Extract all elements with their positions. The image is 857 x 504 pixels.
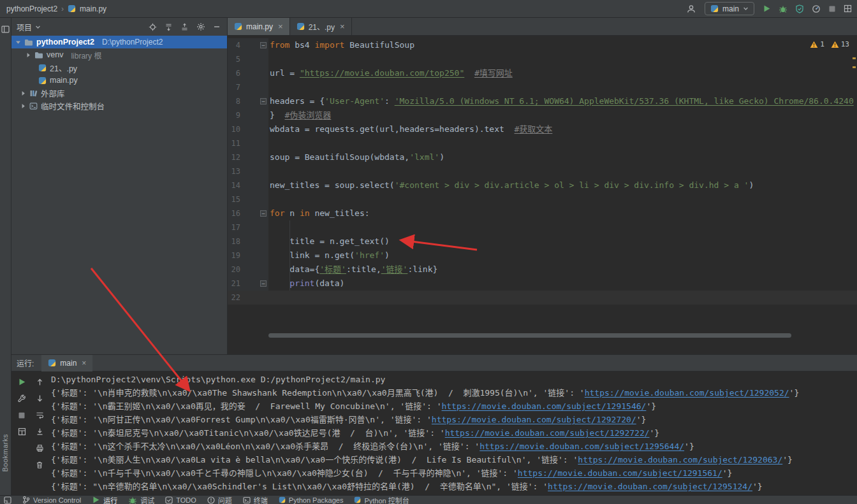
- chevron-expanded-icon[interactable]: [15, 40, 21, 45]
- statusbar-item[interactable]: 运行: [92, 495, 117, 504]
- inspection-widget[interactable]: 113: [810, 40, 849, 48]
- breadcrumb-project[interactable]: pythonProject2: [6, 4, 57, 13]
- project-stripe-icon[interactable]: [1, 25, 10, 33]
- chevron-collapsed-icon[interactable]: [26, 52, 31, 58]
- line-number[interactable]: 12: [228, 150, 268, 164]
- line-number[interactable]: 20: [228, 263, 268, 277]
- stop-icon[interactable]: [828, 5, 836, 13]
- statusbar-item[interactable]: TODO: [165, 496, 196, 504]
- code-line[interactable]: 4−from bs4 import BeautifulSoup: [228, 38, 857, 52]
- code-line[interactable]: 20 data={'标题':title,'链接':link}: [228, 263, 857, 277]
- bookmarks-stripe-label[interactable]: Bookmarks: [1, 434, 9, 472]
- line-number[interactable]: 11: [228, 136, 268, 150]
- line-number[interactable]: 7: [228, 80, 268, 94]
- code-line[interactable]: 7: [228, 80, 857, 94]
- user-icon[interactable]: [686, 4, 696, 14]
- tree-item[interactable]: main.py: [11, 74, 227, 87]
- profiler-icon[interactable]: [812, 4, 821, 13]
- down-icon[interactable]: [33, 392, 47, 405]
- line-number[interactable]: 10: [228, 122, 268, 136]
- code-line[interactable]: 14new_titles = soup.select('#content > d…: [228, 178, 857, 192]
- wrench-icon[interactable]: [15, 392, 29, 405]
- line-number[interactable]: 13: [228, 164, 268, 178]
- statusbar-item[interactable]: Version Control: [22, 496, 81, 504]
- console-link[interactable]: https://movie.douban.com/subject/1295644…: [480, 442, 684, 451]
- statusbar-item[interactable]: 调试: [128, 495, 154, 504]
- run-config-select[interactable]: main: [705, 2, 754, 15]
- chevron-down-icon[interactable]: [35, 24, 41, 30]
- tree-item[interactable]: pythonProject2D:\pythonProject2: [11, 36, 227, 48]
- code-line[interactable]: 16−for n in new_titles:: [228, 206, 857, 220]
- print-icon[interactable]: [33, 442, 47, 455]
- coverage-icon[interactable]: [795, 4, 804, 13]
- code-line[interactable]: 18 title = n.get_text(): [228, 234, 857, 248]
- fold-icon[interactable]: −: [260, 210, 267, 217]
- line-number[interactable]: 17: [228, 220, 268, 234]
- line-number[interactable]: 15: [228, 192, 268, 206]
- code-line[interactable]: 10wbdata = requests.get(url,headers=head…: [228, 122, 857, 136]
- console-output[interactable]: D:\pythonProject2\venv\Scripts\python.ex…: [51, 373, 857, 495]
- console-link[interactable]: https://movie.douban.com/subject/1291546…: [441, 401, 646, 411]
- warning-stripe-mark[interactable]: [853, 66, 856, 68]
- inspection-badge[interactable]: 1: [810, 40, 824, 48]
- breadcrumb-file[interactable]: main.py: [80, 4, 106, 13]
- console-link[interactable]: https://movie.douban.com/subject/1295124…: [548, 482, 752, 491]
- fold-icon[interactable]: −: [260, 98, 267, 104]
- clear-icon[interactable]: [33, 458, 47, 472]
- line-number[interactable]: 21−: [228, 277, 268, 291]
- close-tab-icon[interactable]: ×: [278, 22, 283, 31]
- warning-stripe-mark[interactable]: [853, 57, 856, 59]
- line-number[interactable]: 18: [228, 234, 268, 248]
- code-editor[interactable]: 113 4−from bs4 import BeautifulSoup56url…: [228, 36, 857, 354]
- line-number[interactable]: 6: [228, 66, 268, 80]
- scroll-end-icon[interactable]: [33, 425, 47, 438]
- rerun-icon[interactable]: [15, 375, 29, 389]
- expand-all-icon[interactable]: [165, 23, 173, 31]
- line-number[interactable]: 8−: [228, 94, 268, 108]
- console-link[interactable]: https://movie.douban.com/subject/1291561…: [518, 468, 722, 478]
- line-number[interactable]: 14: [228, 178, 268, 192]
- tree-item[interactable]: 临时文件和控制台: [11, 99, 227, 112]
- close-tab-icon[interactable]: ×: [82, 359, 86, 368]
- debug-icon[interactable]: [779, 4, 787, 13]
- code-line[interactable]: 17: [228, 220, 857, 234]
- stop-icon[interactable]: [15, 408, 29, 422]
- hide-icon[interactable]: [213, 23, 221, 31]
- tree-item[interactable]: venvlibrary 根: [11, 48, 227, 61]
- code-line[interactable]: 19 link = n.get('href'): [228, 248, 857, 263]
- tree-item[interactable]: 外部库: [11, 87, 227, 99]
- chevron-collapsed-icon[interactable]: [20, 103, 26, 109]
- code-line[interactable]: 12soup = BeautifulSoup(wbdata,'lxml'): [228, 150, 857, 164]
- code-line[interactable]: 15: [228, 192, 857, 206]
- run-icon[interactable]: [763, 4, 771, 13]
- statusbar-item[interactable]: 问题: [207, 495, 232, 504]
- console-link[interactable]: https://movie.douban.com/subject/1292052…: [585, 388, 789, 398]
- project-panel-title[interactable]: 项目: [17, 22, 32, 32]
- run-tab-main[interactable]: main ×: [41, 355, 92, 371]
- fold-icon[interactable]: −: [260, 280, 267, 287]
- console-link[interactable]: https://movie.douban.com/subject/1292720…: [432, 415, 636, 424]
- code-line[interactable]: 5: [228, 52, 857, 66]
- code-line[interactable]: 9} #伪装浏览器: [228, 108, 857, 122]
- tree-item[interactable]: 21、.py: [11, 61, 227, 74]
- settings-icon[interactable]: [196, 22, 205, 31]
- inspection-badge[interactable]: 13: [831, 40, 849, 48]
- horizontal-scrollbar[interactable]: [268, 333, 791, 338]
- close-tab-icon[interactable]: ×: [340, 22, 345, 31]
- editor-tab-main.py[interactable]: main.py×: [228, 18, 290, 35]
- code-line[interactable]: 8−headers = {'User-Agent': 'Mozilla/5.0 …: [228, 94, 857, 108]
- up-icon[interactable]: [33, 375, 47, 389]
- toolwindows-icon[interactable]: [4, 496, 11, 504]
- chevron-collapsed-icon[interactable]: [20, 90, 26, 96]
- console-link[interactable]: https://movie.douban.com/subject/1292063…: [578, 455, 782, 464]
- softwrap-icon[interactable]: [33, 408, 47, 422]
- collapse-all-icon[interactable]: [180, 23, 189, 31]
- line-number[interactable]: 19: [228, 248, 268, 263]
- code-line[interactable]: 22: [228, 291, 857, 305]
- line-number[interactable]: 16−: [228, 206, 268, 220]
- statusbar-item[interactable]: Python 控制台: [354, 495, 409, 504]
- line-number[interactable]: 9: [228, 108, 268, 122]
- code-line[interactable]: 13: [228, 164, 857, 178]
- restore-layout-icon[interactable]: [15, 425, 29, 438]
- line-number[interactable]: 22: [228, 291, 268, 305]
